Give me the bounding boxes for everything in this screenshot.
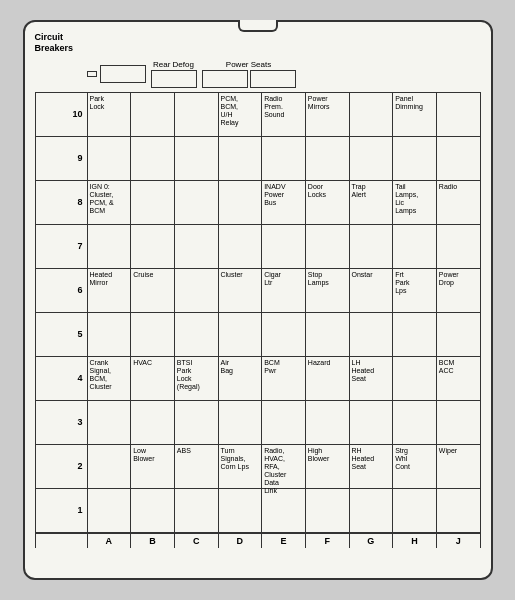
cell-row10-colD: PCM,BCM,U/HRelay — [219, 93, 263, 137]
col-label-B: B — [131, 533, 175, 548]
cell-row3-colE — [262, 401, 306, 445]
cell-row4-colJ: BCMACC — [437, 357, 481, 401]
cell-row8-colA: IGN 0:Cluster,PCM, &BCM — [88, 181, 132, 225]
main-grid: 10ParkLockPCM,BCM,U/HRelayRadioPrem.Soun… — [35, 92, 481, 533]
cell-row1-colJ — [437, 489, 481, 533]
cell-row4-colE: BCMPwr — [262, 357, 306, 401]
cell-row10-colE: RadioPrem.Sound — [262, 93, 306, 137]
cell-row1-colH — [393, 489, 437, 533]
cell-row3-colF — [306, 401, 350, 445]
cell-row5-colE — [262, 313, 306, 357]
pwr-windows-box1 — [100, 65, 146, 83]
cell-row8-colH: TailLamps,LicLamps — [393, 181, 437, 225]
power-seats-box2 — [250, 70, 296, 88]
cell-row8-colG: TrapAlert — [350, 181, 394, 225]
cell-row6-colB: Cruise — [131, 269, 175, 313]
cell-row3-colG — [350, 401, 394, 445]
corner-cell — [36, 533, 88, 548]
cell-row7-colH — [393, 225, 437, 269]
cell-row8-colE: INADVPowerBus — [262, 181, 306, 225]
cell-row3-colA — [88, 401, 132, 445]
cell-row10-colC — [175, 93, 219, 137]
row-label-2: 2 — [36, 445, 88, 489]
cell-row3-colJ — [437, 401, 481, 445]
cell-row1-colF — [306, 489, 350, 533]
cell-row1-colD — [219, 489, 263, 533]
power-seats-box1 — [202, 70, 248, 88]
cell-row4-colH — [393, 357, 437, 401]
col-label-C: C — [175, 533, 219, 548]
rear-defog-box — [151, 70, 197, 88]
cell-row4-colA: CrankSignal,BCM,Cluster — [88, 357, 132, 401]
cell-row5-colG — [350, 313, 394, 357]
row-label-9: 9 — [36, 137, 88, 181]
col-label-G: G — [350, 533, 394, 548]
cell-row7-colE — [262, 225, 306, 269]
cell-row3-colH — [393, 401, 437, 445]
cell-row1-colC — [175, 489, 219, 533]
cell-row9-colJ — [437, 137, 481, 181]
cell-row6-colF: StopLamps — [306, 269, 350, 313]
cell-row7-colF — [306, 225, 350, 269]
row-label-8: 8 — [36, 181, 88, 225]
row-label-1: 1 — [36, 489, 88, 533]
cell-row2-colB: LowBlower — [131, 445, 175, 489]
row-label-3: 3 — [36, 401, 88, 445]
cell-row6-colC — [175, 269, 219, 313]
row-label-5: 5 — [36, 313, 88, 357]
col-label-E: E — [262, 533, 306, 548]
cell-row7-colJ — [437, 225, 481, 269]
cell-row1-colE — [262, 489, 306, 533]
cell-row2-colC: ABS — [175, 445, 219, 489]
cell-row10-colA: ParkLock — [88, 93, 132, 137]
cell-row6-colG: Onstar — [350, 269, 394, 313]
cell-row7-colA — [88, 225, 132, 269]
cell-row8-colF: DoorLocks — [306, 181, 350, 225]
cell-row3-colC — [175, 401, 219, 445]
cell-row10-colJ — [437, 93, 481, 137]
top-boxes-row: Rear Defog Power Seats — [35, 60, 481, 88]
cell-row2-colD: TurnSignals,Corn Lps — [219, 445, 263, 489]
cell-row9-colE — [262, 137, 306, 181]
col-label-A: A — [88, 533, 132, 548]
cell-row4-colC: BTSIParkLock(Regal) — [175, 357, 219, 401]
col-label-F: F — [306, 533, 350, 548]
cell-row7-colG — [350, 225, 394, 269]
row-label-7: 7 — [36, 225, 88, 269]
cell-row9-colG — [350, 137, 394, 181]
row-label-6: 6 — [36, 269, 88, 313]
cell-row9-colC — [175, 137, 219, 181]
cell-row3-colD — [219, 401, 263, 445]
cell-row4-colB: HVAC — [131, 357, 175, 401]
cell-row3-colB — [131, 401, 175, 445]
cell-row6-colE: CigarLtr — [262, 269, 306, 313]
tire-reset-box — [87, 71, 97, 77]
cell-row8-colD — [219, 181, 263, 225]
cell-row10-colG — [350, 93, 394, 137]
cell-row5-colB — [131, 313, 175, 357]
row-label-4: 4 — [36, 357, 88, 401]
fuse-box: CircuitBreakers Rear Defog Power Seats — [23, 20, 493, 580]
cell-row5-colD — [219, 313, 263, 357]
cell-row2-colE: Radio,HVAC,RFA,ClusterDataLink — [262, 445, 306, 489]
cell-row7-colC — [175, 225, 219, 269]
cell-row9-colD — [219, 137, 263, 181]
cell-row4-colD: AirBag — [219, 357, 263, 401]
notch — [238, 20, 278, 32]
rear-defog-label: Rear Defog — [153, 60, 194, 69]
cell-row2-colH: StrgWhlCont — [393, 445, 437, 489]
cell-row9-colA — [88, 137, 132, 181]
cell-row7-colD — [219, 225, 263, 269]
cell-row1-colB — [131, 489, 175, 533]
cell-row1-colA — [88, 489, 132, 533]
cell-row2-colA — [88, 445, 132, 489]
header-area: CircuitBreakers Rear Defog Power Seats — [35, 30, 481, 88]
cell-row9-colH — [393, 137, 437, 181]
cell-row2-colG: RHHeatedSeat — [350, 445, 394, 489]
cell-row5-colF — [306, 313, 350, 357]
cell-row8-colB — [131, 181, 175, 225]
cell-row9-colF — [306, 137, 350, 181]
circuit-breakers-label: CircuitBreakers — [35, 30, 87, 54]
row-label-10: 10 — [36, 93, 88, 137]
cell-row5-colJ — [437, 313, 481, 357]
